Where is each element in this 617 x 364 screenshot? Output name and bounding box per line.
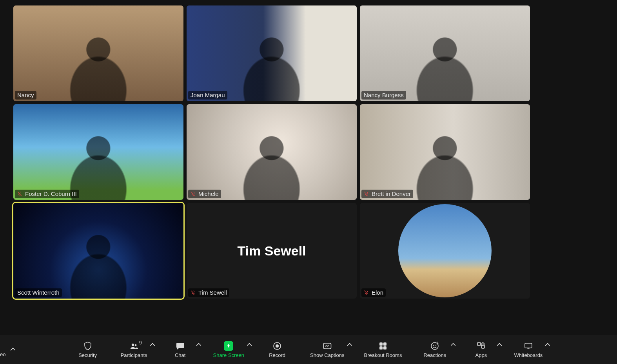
chevron-up-icon[interactable] xyxy=(246,341,253,348)
participant-name: Elon xyxy=(372,289,383,296)
people-icon: 9 xyxy=(129,341,139,351)
participant-tile[interactable]: Joan Margau xyxy=(187,5,357,101)
participant-name-badge: Foster D. Coburn III xyxy=(15,190,79,198)
share-screen-button[interactable]: Share Screen xyxy=(213,341,245,358)
chevron-up-icon[interactable] xyxy=(544,341,551,348)
participant-name-badge: Elon xyxy=(361,288,386,297)
chevron-up-icon[interactable] xyxy=(496,341,503,348)
whiteboards-button[interactable]: Whiteboards xyxy=(514,341,543,358)
record-icon xyxy=(272,341,282,351)
participant-tile[interactable]: Elon xyxy=(360,203,530,299)
svg-point-10 xyxy=(431,342,438,350)
participant-tile[interactable]: Brett in Denver xyxy=(360,104,530,200)
reactions-label: Reactions xyxy=(423,352,446,358)
participant-tile[interactable]: Tim Sewell Tim Sewell xyxy=(187,203,357,299)
participant-tile[interactable]: Foster D. Coburn III xyxy=(13,104,183,200)
svg-point-12 xyxy=(436,344,436,345)
chat-label: Chat xyxy=(175,352,185,358)
participant-name: Foster D. Coburn III xyxy=(25,190,77,197)
svg-point-11 xyxy=(433,344,434,345)
whiteboards-label: Whiteboards xyxy=(514,352,543,358)
video-placeholder xyxy=(394,29,496,101)
participant-name-badge: Joan Margau xyxy=(188,91,227,100)
participant-tile[interactable]: Nancy xyxy=(13,5,183,101)
svg-rect-8 xyxy=(379,346,383,350)
whiteboard-icon xyxy=(524,341,533,351)
svg-rect-15 xyxy=(477,342,481,346)
reactions-button[interactable]: Reactions xyxy=(421,341,448,358)
chat-icon xyxy=(176,341,185,351)
apps-button[interactable]: Apps xyxy=(468,341,494,358)
svg-point-3 xyxy=(276,344,279,348)
chevron-up-icon[interactable] xyxy=(195,341,202,348)
video-placeholder xyxy=(47,128,149,200)
smiley-icon xyxy=(430,341,439,351)
share-screen-icon xyxy=(224,341,233,351)
chat-button[interactable]: Chat xyxy=(167,341,194,358)
apps-icon xyxy=(476,341,486,351)
participant-count: 9 xyxy=(139,340,142,346)
participant-name-badge: Nancy xyxy=(15,91,36,100)
video-control-partial[interactable]: eo xyxy=(0,335,16,364)
video-placeholder xyxy=(221,128,323,200)
video-placeholder xyxy=(47,29,149,101)
svg-point-1 xyxy=(134,344,136,346)
participant-tile[interactable]: Michele xyxy=(187,104,357,200)
gallery-grid: Nancy Joan Margau Nancy Burgess Foster D… xyxy=(13,5,530,299)
record-button[interactable]: Record xyxy=(264,341,290,358)
video-placeholder xyxy=(394,128,496,200)
mic-muted-icon xyxy=(191,191,196,197)
chevron-up-icon[interactable] xyxy=(149,341,156,348)
svg-point-0 xyxy=(131,343,134,346)
security-label: Security xyxy=(78,352,97,358)
video-label-partial: eo xyxy=(0,351,5,357)
shield-icon xyxy=(83,341,93,351)
participants-label: Participants xyxy=(121,352,147,358)
breakout-rooms-label: Breakout Rooms xyxy=(364,352,402,358)
chevron-up-icon[interactable] xyxy=(450,341,457,348)
participant-center-name: Tim Sewell xyxy=(237,243,306,259)
mic-muted-icon xyxy=(17,191,23,197)
meeting-toolbar: eo Security 9 Participants Chat xyxy=(0,335,617,364)
participant-name-badge: Scott Winterroth xyxy=(15,288,62,297)
captions-label: Show Captions xyxy=(310,352,344,358)
participant-name-badge: Michele xyxy=(188,190,221,198)
svg-rect-9 xyxy=(383,346,387,350)
participant-name: Brett in Denver xyxy=(372,190,411,197)
participants-button[interactable]: 9 Participants xyxy=(121,341,147,358)
svg-rect-7 xyxy=(383,342,387,346)
participant-name-badge: Nancy Burgess xyxy=(361,91,406,100)
participant-name: Michele xyxy=(198,190,219,197)
chevron-up-icon[interactable] xyxy=(346,341,353,348)
apps-label: Apps xyxy=(475,352,487,358)
video-placeholder xyxy=(221,29,323,101)
svg-rect-6 xyxy=(379,342,383,346)
avatar xyxy=(398,204,492,297)
captions-button[interactable]: CC Show Captions xyxy=(310,341,344,358)
participant-name: Joan Margau xyxy=(191,92,225,99)
share-screen-label: Share Screen xyxy=(213,352,245,358)
participant-name-badge: Brett in Denver xyxy=(361,190,413,198)
mic-muted-icon xyxy=(191,290,196,295)
record-label: Record xyxy=(269,352,285,358)
participant-name-badge: Tim Sewell xyxy=(188,288,229,297)
video-placeholder xyxy=(47,227,149,299)
mic-muted-icon xyxy=(364,290,369,295)
security-button[interactable]: Security xyxy=(74,341,101,358)
chevron-up-icon[interactable] xyxy=(9,346,16,353)
breakout-rooms-button[interactable]: Breakout Rooms xyxy=(364,341,402,358)
participant-name: Tim Sewell xyxy=(198,289,227,296)
participant-name: Nancy xyxy=(17,92,34,99)
participant-name: Scott Winterroth xyxy=(17,289,60,296)
participant-tile-active[interactable]: Scott Winterroth xyxy=(13,203,183,299)
mic-muted-icon xyxy=(364,191,369,197)
grid-icon xyxy=(378,341,388,351)
captions-icon: CC xyxy=(323,341,332,351)
svg-rect-17 xyxy=(525,343,532,348)
participant-name: Nancy Burgess xyxy=(364,92,404,99)
svg-text:CC: CC xyxy=(325,345,329,348)
participant-tile[interactable]: Nancy Burgess xyxy=(360,5,530,101)
